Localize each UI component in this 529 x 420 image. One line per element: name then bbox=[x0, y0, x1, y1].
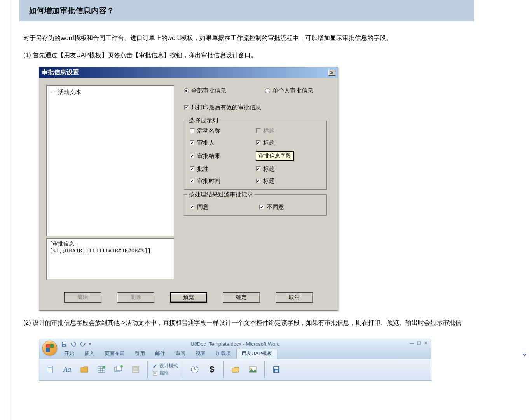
minimize-icon[interactable]: — bbox=[409, 341, 415, 346]
properties-button[interactable]: 属性 bbox=[152, 370, 178, 376]
checkbox-note[interactable]: 批注 bbox=[190, 165, 256, 173]
checkbox-disagree[interactable]: 不同意 bbox=[259, 203, 284, 211]
ribbon-body: Aa 设计模式 属性 bbox=[39, 359, 431, 380]
checkbox-icon bbox=[190, 140, 195, 145]
maximize-icon[interactable]: ☐ bbox=[416, 341, 422, 346]
redo-icon[interactable] bbox=[80, 341, 86, 347]
edit-button: 编辑 bbox=[64, 292, 101, 303]
svg-rect-1 bbox=[63, 342, 66, 344]
ribbon-table-icon[interactable] bbox=[94, 362, 108, 377]
checkbox-title-disabled: 标题 bbox=[256, 127, 321, 135]
checkbox-icon bbox=[190, 154, 195, 159]
svg-rect-18 bbox=[153, 371, 157, 375]
cancel-button[interactable]: 取消 bbox=[276, 292, 313, 303]
checkbox-icon bbox=[256, 178, 261, 184]
checkbox-icon bbox=[256, 140, 261, 145]
checkbox-icon bbox=[256, 128, 261, 133]
ribbon-batch-table-icon[interactable] bbox=[112, 362, 126, 377]
checkbox-icon bbox=[190, 128, 195, 133]
col-title2-label: 标题 bbox=[263, 139, 275, 147]
radio-all-approval[interactable]: 全部审批信息 bbox=[184, 87, 226, 94]
word-window: ▾ U8Doc_Template.docx - Microsoft Word —… bbox=[39, 339, 431, 381]
svg-rect-5 bbox=[48, 369, 52, 369]
col-approver-label: 审批人 bbox=[197, 139, 215, 147]
tab-review[interactable]: 审阅 bbox=[171, 348, 190, 359]
document-margin bbox=[0, 0, 12, 420]
preview-button[interactable]: 预览 bbox=[170, 292, 207, 303]
save-icon[interactable] bbox=[61, 341, 67, 347]
checkbox-icon bbox=[190, 166, 195, 172]
tab-references[interactable]: 引用 bbox=[130, 348, 150, 359]
svg-rect-27 bbox=[274, 367, 278, 369]
tab-view[interactable]: 视图 bbox=[191, 348, 210, 359]
ribbon-currency-icon[interactable]: $ bbox=[205, 362, 219, 377]
ribbon-font-icon[interactable]: Aa bbox=[60, 362, 74, 377]
quick-access-toolbar: ▾ bbox=[61, 341, 91, 347]
radio-single-approval[interactable]: 单个人审批信息 bbox=[265, 87, 313, 94]
col-title3-label: 标题 bbox=[263, 165, 275, 173]
ribbon-clock-icon[interactable] bbox=[188, 362, 202, 377]
qat-dropdown-icon[interactable]: ▾ bbox=[89, 342, 91, 346]
filter-agree-label: 同意 bbox=[197, 203, 209, 211]
checkbox-approver[interactable]: 审批人 bbox=[190, 139, 256, 147]
expression-box[interactable]: [审批信息:[%1,@1R#1R11111111#1R#1R#OR#%]] bbox=[46, 238, 175, 280]
ribbon-page-icon[interactable] bbox=[43, 362, 57, 377]
ok-button[interactable]: 确定 bbox=[223, 292, 260, 303]
col-activity-name-label: 活动名称 bbox=[197, 127, 220, 135]
tooltip-field-name: 审批信息字段 bbox=[256, 151, 294, 161]
checkbox-icon bbox=[190, 178, 195, 184]
col-time-label: 审批时间 bbox=[197, 177, 220, 185]
properties-icon bbox=[152, 371, 158, 376]
radio-single-label: 单个人审批信息 bbox=[272, 87, 313, 94]
checkbox-title-2[interactable]: 标题 bbox=[256, 139, 321, 147]
checkbox-title-4[interactable]: 标题 bbox=[256, 177, 321, 185]
ribbon-open-folder-icon[interactable] bbox=[229, 362, 243, 377]
ribbon-landscape-image-icon[interactable] bbox=[246, 362, 260, 377]
dialog-titlebar[interactable]: 审批信息设置 ✕ bbox=[39, 67, 338, 78]
design-mode-label: 设计模式 bbox=[159, 362, 178, 369]
col-title4-label: 标题 bbox=[263, 177, 275, 185]
checkbox-agree[interactable]: 同意 bbox=[190, 203, 209, 211]
ribbon-save-disk-icon[interactable] bbox=[269, 362, 283, 377]
undo-icon[interactable] bbox=[70, 341, 77, 347]
checkbox-time[interactable]: 审批时间 bbox=[190, 177, 256, 185]
tab-insert[interactable]: 插入 bbox=[80, 348, 99, 359]
dialog-button-row: 编辑 删除 预览 确定 取消 bbox=[39, 287, 338, 310]
close-icon[interactable]: ✕ bbox=[328, 70, 335, 76]
tab-uap-template[interactable]: 用友UAP模板 bbox=[236, 348, 277, 359]
checkbox-icon bbox=[256, 166, 261, 172]
ribbon-legacy-form-icon[interactable] bbox=[129, 362, 143, 377]
checkbox-activity-name[interactable]: 活动名称 bbox=[190, 127, 256, 135]
svg-rect-17 bbox=[134, 369, 138, 371]
close-window-icon[interactable]: ✕ bbox=[423, 341, 429, 346]
tab-addins[interactable]: 加载项 bbox=[211, 348, 236, 359]
group-display-columns: 选择显示列 活动名称 标题 审批人 bbox=[184, 121, 327, 190]
checkbox-result[interactable]: 审批结果 bbox=[190, 151, 256, 161]
delete-button: 删除 bbox=[117, 292, 154, 303]
checkbox-icon bbox=[184, 105, 189, 110]
paragraph-step2: (2) 设计的审批信息字段会放到其他->活动文本中，直接和普通字段一样设计一个文… bbox=[23, 318, 529, 328]
svg-rect-4 bbox=[48, 367, 52, 368]
tab-start[interactable]: 开始 bbox=[59, 348, 79, 359]
design-mode-toggle[interactable]: 设计模式 bbox=[152, 362, 178, 369]
svg-point-11 bbox=[103, 366, 105, 368]
checkbox-print-last[interactable]: 只打印最后有效的审批信息 bbox=[184, 104, 327, 111]
checkbox-icon bbox=[259, 205, 264, 210]
paragraph-step1: (1) 首先通过【用友UAP模板】页签点击【审批信息】按钮，弹出审批信息设计窗口… bbox=[23, 50, 529, 60]
group-columns-legend: 选择显示列 bbox=[187, 117, 220, 124]
office-button[interactable] bbox=[42, 341, 57, 355]
paragraph-intro: 对于另存为的word模板和合同工作台、进口订单上的word模板，如果单据在工作流… bbox=[23, 33, 529, 43]
radio-icon bbox=[265, 88, 270, 93]
svg-point-14 bbox=[120, 365, 123, 368]
tab-mail[interactable]: 邮件 bbox=[150, 348, 170, 359]
tree-panel[interactable]: 活动文本 bbox=[46, 85, 175, 236]
ribbon-folder-icon[interactable] bbox=[77, 362, 91, 377]
checkbox-title-3[interactable]: 标题 bbox=[256, 165, 321, 173]
help-icon[interactable]: ? bbox=[522, 352, 526, 359]
checkbox-icon bbox=[190, 205, 195, 210]
tree-item-active-text[interactable]: 活动文本 bbox=[51, 88, 170, 97]
filter-disagree-label: 不同意 bbox=[267, 203, 284, 211]
tab-page-layout[interactable]: 页面布局 bbox=[100, 348, 129, 359]
word-titlebar[interactable]: ▾ U8Doc_Template.docx - Microsoft Word —… bbox=[39, 339, 431, 349]
approval-settings-dialog: 审批信息设置 ✕ 活动文本 [审批信息:[%1,@1R#1R11111111#1… bbox=[39, 67, 338, 311]
